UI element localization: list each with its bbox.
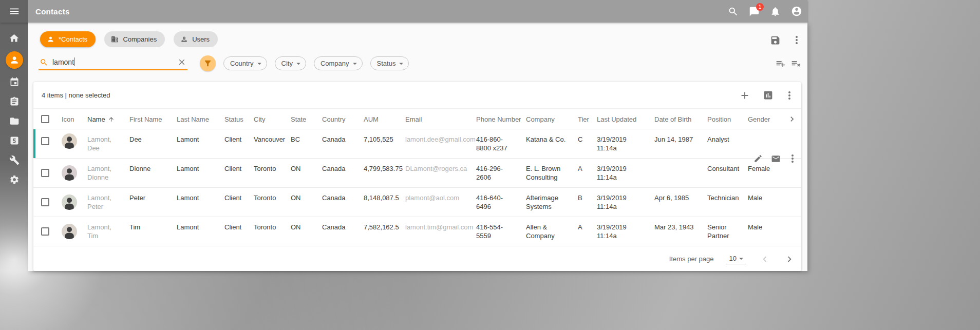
column-header-name[interactable]: Name xyxy=(82,109,124,129)
sidebar-item-tasks[interactable] xyxy=(6,95,23,108)
company-cell: Afterimage Systems xyxy=(521,188,573,211)
table-row[interactable]: Lamont, Tim Tim Lamont Client Toronto ON… xyxy=(33,217,801,246)
phone-cell: 416-296-2606 xyxy=(471,159,521,182)
caret-down-icon xyxy=(397,59,406,68)
country-cell: Canada xyxy=(317,188,359,202)
menu-button[interactable] xyxy=(0,0,28,23)
filter-funnel-button[interactable] xyxy=(200,55,216,71)
toolbar-more-button[interactable] xyxy=(793,34,800,46)
column-header-country[interactable]: Country xyxy=(317,109,359,129)
remove-filter-button[interactable] xyxy=(791,59,801,69)
email-cell: lamont.tim@gmail.com xyxy=(400,217,471,231)
caret-down-icon xyxy=(255,59,264,68)
sidebar-item-five[interactable] xyxy=(6,134,23,147)
caret-down-icon xyxy=(350,59,360,68)
filter-chip-country[interactable]: Country xyxy=(223,56,267,70)
tab-contacts[interactable]: *Contacts xyxy=(40,31,96,47)
row-checkbox[interactable] xyxy=(41,137,49,145)
tab-companies[interactable]: Companies xyxy=(104,31,165,47)
select-all-cell xyxy=(33,109,56,129)
save-button[interactable] xyxy=(770,35,781,46)
sidebar-item-contacts[interactable] xyxy=(6,51,23,69)
email-cell: plamont@aol.com xyxy=(400,188,471,202)
row-checkbox[interactable] xyxy=(41,227,49,236)
clear-search-button[interactable] xyxy=(177,57,186,67)
page-size-select[interactable]: 10 xyxy=(726,254,746,264)
column-header-gender[interactable]: Gender xyxy=(743,109,774,129)
position-cell: Technician xyxy=(702,188,743,202)
last-updated-cell: 3/19/2019 11:14a xyxy=(592,188,649,211)
column-header-company[interactable]: Company xyxy=(521,109,573,129)
last-name-cell: Lamont xyxy=(172,129,219,144)
chat-button[interactable]: 1 xyxy=(749,6,760,17)
columns-scroll-right-button[interactable] xyxy=(774,109,801,129)
column-header-state[interactable]: State xyxy=(286,109,317,129)
topbar-search-button[interactable] xyxy=(728,6,739,17)
chip-label: City xyxy=(281,60,293,67)
table-row[interactable]: Lamont, Dionne Dionne Lamont Client Toro… xyxy=(33,159,801,188)
city-cell: Toronto xyxy=(249,217,286,231)
last-name-cell: Lamont xyxy=(172,159,219,173)
position-cell: Analyst xyxy=(702,129,743,144)
search-box xyxy=(39,56,187,70)
sidebar-item-settings[interactable] xyxy=(6,173,23,186)
filter-chip-status[interactable]: Status xyxy=(370,56,409,70)
notifications-button[interactable] xyxy=(770,6,781,17)
next-page-button[interactable] xyxy=(784,254,795,265)
column-header-aum[interactable]: AUM xyxy=(359,109,400,129)
column-header-phone[interactable]: Phone Number xyxy=(471,109,521,129)
name-cell: Lamont, Dee xyxy=(82,129,124,152)
search-input[interactable] xyxy=(52,58,173,66)
date-of-birth-cell: Mar 23, 1943 xyxy=(649,217,702,231)
card-header-actions xyxy=(739,89,793,102)
topbar-actions: 1 xyxy=(728,0,802,23)
row-checkbox[interactable] xyxy=(41,169,49,177)
table-row[interactable]: Lamont, Dee Dee Lamont Client Vancouver … xyxy=(33,129,801,159)
prev-page-button[interactable] xyxy=(759,254,770,265)
status-cell: Client xyxy=(219,217,249,231)
filter-chip-company[interactable]: Company xyxy=(314,56,363,70)
funnel-icon xyxy=(203,59,212,68)
column-header-email[interactable]: Email xyxy=(400,109,471,129)
column-header-icon[interactable]: Icon xyxy=(56,109,82,129)
aum-cell: 4,799,583.75 xyxy=(359,159,400,173)
avatar xyxy=(62,195,77,210)
company-cell: E. L. Brown Consulting xyxy=(521,159,573,182)
add-contact-button[interactable] xyxy=(739,90,750,101)
aum-cell: 8,148,087.5 xyxy=(359,188,400,202)
column-header-position[interactable]: Position xyxy=(702,109,743,129)
account-button[interactable] xyxy=(791,6,802,17)
select-all-checkbox[interactable] xyxy=(41,115,49,123)
aum-cell: 7,105,525 xyxy=(359,129,400,144)
column-header-last-name[interactable]: Last Name xyxy=(172,109,219,129)
column-header-status[interactable]: Status xyxy=(219,109,249,129)
avatar xyxy=(62,165,77,181)
column-header-tier[interactable]: Tier xyxy=(573,109,592,129)
card-more-button[interactable] xyxy=(786,89,793,102)
wrench-icon xyxy=(9,155,20,165)
tasks-icon xyxy=(9,96,20,107)
date-of-birth-cell: Jun 14, 1987 xyxy=(649,129,702,144)
table-row[interactable]: Lamont, Peter Peter Lamont Client Toront… xyxy=(33,188,801,217)
last-name-cell: Lamont xyxy=(172,188,219,202)
add-filter-button[interactable] xyxy=(776,59,786,69)
search-icon xyxy=(728,6,739,17)
last-updated-cell: 3/19/2019 11:14a xyxy=(592,159,649,182)
sidebar-item-tools[interactable] xyxy=(6,153,23,166)
checkbox-cell xyxy=(33,159,56,187)
tab-users[interactable]: Users xyxy=(174,31,218,47)
column-header-city[interactable]: City xyxy=(249,109,286,129)
column-header-first-name[interactable]: First Name xyxy=(124,109,172,129)
gender-cell: Female xyxy=(743,159,774,173)
filter-chip-city[interactable]: City xyxy=(275,56,306,70)
sidebar-item-calendar[interactable] xyxy=(6,75,23,88)
column-header-last-updated[interactable]: Last Updated xyxy=(592,109,649,129)
column-header-date-of-birth[interactable]: Date of Birth xyxy=(649,109,702,129)
chart-view-button[interactable] xyxy=(763,90,774,101)
sidebar-item-folder[interactable] xyxy=(6,114,23,127)
sidebar-item-home[interactable] xyxy=(6,32,23,45)
aum-cell: 7,582,162.5 xyxy=(359,217,400,231)
row-checkbox[interactable] xyxy=(41,198,49,206)
five-icon xyxy=(9,135,20,146)
gender-cell: Male xyxy=(743,217,774,231)
